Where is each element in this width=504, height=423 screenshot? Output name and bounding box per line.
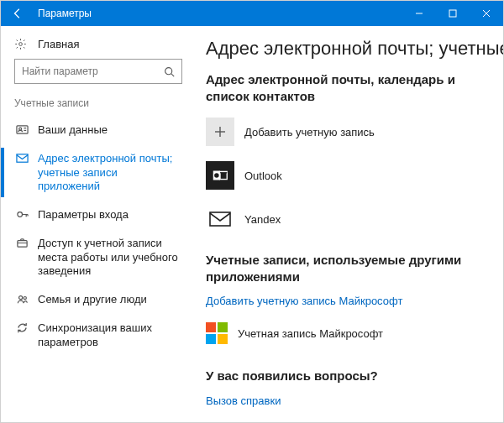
sidebar-item-sync[interactable]: Синхронизация ваших параметров xyxy=(14,314,182,357)
sidebar-section-label: Учетные записи xyxy=(14,97,182,109)
svg-point-14 xyxy=(18,296,22,300)
help-title: У вас появились вопросы? xyxy=(206,368,495,384)
svg-rect-1 xyxy=(449,10,456,17)
plus-icon xyxy=(206,118,234,146)
section-other-apps-title: Учетные записи, используемые другими при… xyxy=(206,252,495,285)
sidebar-item-label: Семья и другие люди xyxy=(38,293,182,306)
sidebar-item-email-accounts[interactable]: Адрес электронной почты; учетные записи … xyxy=(14,144,182,201)
account-label: Outlook xyxy=(244,170,282,182)
ms-account-row[interactable]: Учетная запись Майкрософт xyxy=(206,319,495,347)
sidebar-item-label: Адрес электронной почты; учетные записи … xyxy=(38,152,182,193)
sidebar-item-work-school[interactable]: Доступ к учетной записи места работы или… xyxy=(14,229,182,285)
add-ms-account-link[interactable]: Добавить учетную запись Майкрософт xyxy=(206,295,495,307)
titlebar: Параметры xyxy=(1,1,503,26)
outlook-icon xyxy=(206,161,234,190)
sidebar-home-label: Главная xyxy=(38,38,79,50)
sidebar-item-family[interactable]: Семья и другие люди xyxy=(14,285,182,314)
svg-rect-11 xyxy=(16,154,27,162)
maximize-button[interactable] xyxy=(436,1,470,26)
window-title: Параметры xyxy=(34,8,402,19)
main-panel: Адрес электронной почты; учетные за Адре… xyxy=(196,26,503,422)
mail-icon xyxy=(14,152,29,164)
page-heading: Адрес электронной почты; учетные за xyxy=(206,38,495,60)
svg-rect-7 xyxy=(16,126,27,133)
sidebar-item-your-info[interactable]: Ваши данные xyxy=(14,116,182,144)
sidebar: Главная Учетные записи Ваши данные xyxy=(1,26,196,422)
close-button[interactable] xyxy=(470,1,503,26)
briefcase-icon xyxy=(14,237,29,249)
sidebar-nav: Ваши данные Адрес электронной почты; уче… xyxy=(14,116,182,357)
help-link[interactable]: Вызов справки xyxy=(206,394,495,407)
sidebar-home[interactable]: Главная xyxy=(14,38,182,50)
minimize-button[interactable] xyxy=(402,1,436,26)
search-box[interactable] xyxy=(14,59,182,84)
section-accounts-title: Адрес электронной почты, календарь и спи… xyxy=(206,71,495,104)
settings-window: Параметры Главная xyxy=(0,0,504,423)
account-row-outlook[interactable]: Outlook xyxy=(206,158,495,193)
ms-account-label: Учетная запись Майкрософт xyxy=(238,327,383,340)
svg-line-6 xyxy=(171,73,174,76)
add-account-row[interactable]: Добавить учетную запись xyxy=(206,114,495,149)
svg-point-12 xyxy=(17,212,22,217)
account-label: Yandex xyxy=(244,213,281,226)
key-icon xyxy=(14,208,29,221)
account-row-yandex[interactable]: Yandex xyxy=(206,201,495,237)
svg-rect-13 xyxy=(17,241,26,248)
sidebar-item-label: Доступ к учетной записи места работы или… xyxy=(38,237,182,278)
gear-icon xyxy=(14,38,29,50)
sidebar-item-label: Синхронизация ваших параметров xyxy=(38,321,182,349)
sync-icon xyxy=(14,321,29,334)
add-account-label: Добавить учетную запись xyxy=(244,126,375,138)
mail-icon xyxy=(206,205,234,233)
id-card-icon xyxy=(14,123,29,136)
svg-point-8 xyxy=(18,128,21,130)
search-input[interactable] xyxy=(22,65,164,77)
svg-point-20 xyxy=(214,173,219,178)
back-button[interactable] xyxy=(1,1,34,26)
svg-point-15 xyxy=(24,297,26,300)
people-icon xyxy=(14,293,29,306)
sidebar-item-label: Ваши данные xyxy=(38,123,182,137)
sidebar-item-label: Параметры входа xyxy=(38,208,182,222)
svg-point-5 xyxy=(165,67,172,74)
svg-point-4 xyxy=(19,43,23,46)
accounts-list: Добавить учетную запись Outlook Yandex xyxy=(206,114,495,237)
search-icon xyxy=(164,66,175,77)
microsoft-logo-icon xyxy=(206,322,228,344)
sidebar-item-signin-options[interactable]: Параметры входа xyxy=(14,201,182,229)
svg-rect-21 xyxy=(210,212,230,226)
